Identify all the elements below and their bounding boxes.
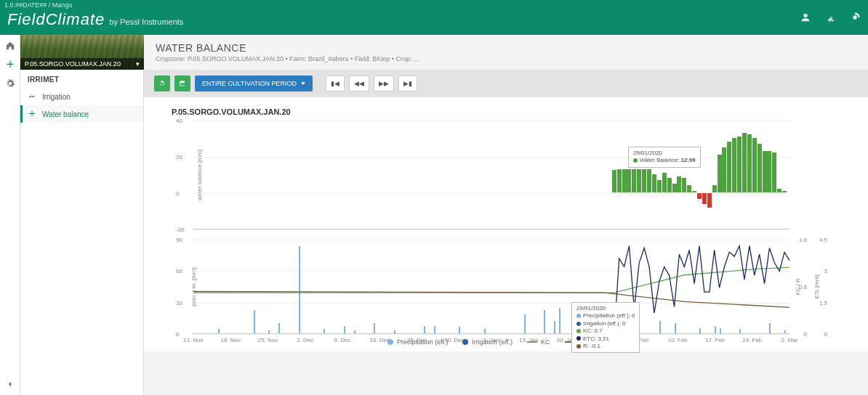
refresh-button[interactable] <box>154 76 170 91</box>
water-balance-chart: water balance [mm] -2002040 29/01/2020 W… <box>167 121 843 229</box>
broadcast-icon[interactable] <box>849 12 861 23</box>
plus-icon <box>28 110 36 118</box>
home-icon[interactable] <box>5 41 15 51</box>
nav-prev-button[interactable]: ◀◀ <box>349 76 369 91</box>
breadcrumb: Cropzone: P.05.SORGO.VOLUMAX.JAN.20 • Fa… <box>156 55 856 62</box>
chart-title: P.05.SORGO.VOLUMAX.JAN.20 <box>172 107 858 116</box>
calendar-button[interactable] <box>174 76 190 91</box>
tooltip-lower: 29/01/2020 Precipitation (eff.): 0 Irrig… <box>571 302 640 353</box>
nav-label: Water balance <box>42 110 89 118</box>
settings-icon[interactable] <box>5 78 15 89</box>
tooltip-water-balance: 29/01/2020 Water Balance: 12.99 <box>628 147 701 168</box>
nav-first-button[interactable]: ▮◀ <box>326 76 345 91</box>
nav-last-button[interactable]: ▶▮ <box>398 76 417 91</box>
chart-panel: P.05.SORGO.VOLUMAX.JAN.20 water balance … <box>144 97 868 351</box>
collapse-icon[interactable] <box>5 379 15 389</box>
main-content: WATER BALANCE Cropzone: P.05.SORGO.VOLUM… <box>144 35 868 395</box>
version-label: 1.0.##DATE## / Mango <box>4 1 72 9</box>
y-axis-label-r2: ETc [mm] <box>813 274 820 298</box>
app-header: 1.0.##DATE## / Mango FieldClimate by Pes… <box>0 0 868 35</box>
chevron-down-icon: ▾ <box>136 60 140 68</box>
cropzone-hero[interactable]: P.05.SORGO.VOLUMAX.JAN.20 ▾ <box>20 35 144 70</box>
nav-label: Irrigation <box>42 93 71 101</box>
period-dropdown[interactable]: ENTIRE CULTIVATION PERIOD <box>195 76 313 91</box>
irrigation-rail-icon[interactable] <box>5 60 15 70</box>
nav-next-button[interactable]: ▶▶ <box>374 76 394 91</box>
user-icon[interactable] <box>800 12 811 23</box>
page-title: WATER BALANCE <box>156 42 856 54</box>
brand-sub: by Pessl Instruments <box>109 17 183 26</box>
stations-icon[interactable] <box>824 12 836 23</box>
calendar-icon <box>179 80 186 87</box>
left-rail <box>0 35 20 395</box>
caret-down-icon <box>301 82 305 85</box>
side-panel: P.05.SORGO.VOLUMAX.JAN.20 ▾ IRRIMET Irri… <box>20 35 144 395</box>
refresh-icon <box>158 80 166 87</box>
precip-etc-chart: prec. / irr. [mm] KC / R ETc [mm] 030609… <box>167 240 843 334</box>
cropzone-name: P.05.SORGO.VOLUMAX.JAN.20 <box>25 60 121 68</box>
period-label: ENTIRE CULTIVATION PERIOD <box>202 80 297 87</box>
brand-logo: FieldClimate <box>7 10 105 29</box>
sprinkler-icon <box>28 92 36 101</box>
section-header: IRRIMET <box>20 70 143 88</box>
nav-water-balance[interactable]: Water balance <box>20 105 143 123</box>
toolbar: ENTIRE CULTIVATION PERIOD ▮◀ ◀◀ ▶▶ ▶▮ <box>144 70 868 97</box>
nav-irrigation[interactable]: Irrigation <box>20 88 143 105</box>
